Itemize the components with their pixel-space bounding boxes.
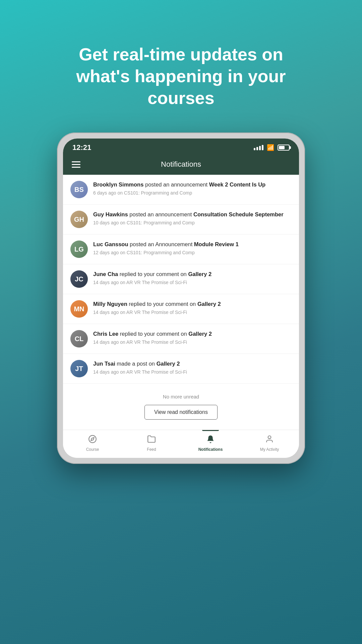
notification-item[interactable]: LGLuc Ganssou posted an Announcement Mod… <box>63 234 299 264</box>
notification-meta: 12 days ago on CS101: Programming and Co… <box>93 250 292 255</box>
device-mockup: 12:21 📶 Notifications <box>57 132 305 464</box>
notification-meta: 10 days ago on CS101: Programming and Co… <box>93 220 292 225</box>
notification-text: Milly Nguyen replied to your comment on … <box>93 300 292 308</box>
no-more-unread-text: No more unread <box>63 384 299 405</box>
app-header: Notifications <box>63 155 299 175</box>
notification-item[interactable]: CLChris Lee replied to your comment on G… <box>63 324 299 354</box>
notification-content: Brooklyn Simmons posted an announcement … <box>93 181 292 196</box>
notification-text: Jun Tsai made a post on Gallery 2 <box>93 360 292 368</box>
battery-icon <box>278 145 290 151</box>
notification-content: June Cha replied to your comment on Gall… <box>93 270 292 285</box>
avatar: GH <box>70 211 88 228</box>
avatar: MN <box>70 300 88 318</box>
notification-meta: 14 days ago on AR VR The Promise of Sci-… <box>93 310 292 315</box>
status-bar: 12:21 📶 <box>63 139 299 155</box>
notification-text: Guy Hawkins posted an announcement Consu… <box>93 211 292 218</box>
tab-bar: CourseFeedNotificationsMy Activity <box>63 430 299 458</box>
compass-icon <box>88 435 97 445</box>
hamburger-line-3 <box>72 167 80 168</box>
tab-feed[interactable]: Feed <box>122 433 181 453</box>
avatar: JC <box>70 270 88 288</box>
notification-text: Luc Ganssou posted an Announcement Modul… <box>93 240 292 248</box>
notification-meta: 6 days ago on CS101: Programming and Com… <box>93 190 292 196</box>
wifi-icon: 📶 <box>267 144 274 151</box>
notifications-list: BSBrooklyn Simmons posted an announcemen… <box>63 175 299 384</box>
notification-meta: 14 days ago on AR VR The Promise of Sci-… <box>93 339 292 345</box>
notification-content: Luc Ganssou posted an Announcement Modul… <box>93 240 292 255</box>
hamburger-button[interactable] <box>72 161 80 168</box>
notification-content: Chris Lee replied to your comment on Gal… <box>93 330 292 345</box>
svg-point-2 <box>268 436 271 439</box>
notification-item[interactable]: GHGuy Hawkins posted an announcement Con… <box>63 205 299 234</box>
notification-item[interactable]: MNMilly Nguyen replied to your comment o… <box>63 294 299 324</box>
notification-content: Jun Tsai made a post on Gallery 214 days… <box>93 360 292 375</box>
notification-content: Milly Nguyen replied to your comment on … <box>93 300 292 315</box>
hero-text: Get real-time updates on what's happenin… <box>30 44 332 109</box>
notification-item[interactable]: BSBrooklyn Simmons posted an announcemen… <box>63 175 299 205</box>
notification-text: June Cha replied to your comment on Gall… <box>93 270 292 278</box>
avatar: CL <box>70 330 88 347</box>
tab-label-notifications: Notifications <box>198 447 223 452</box>
tab-label-feed: Feed <box>147 447 156 452</box>
tab-active-indicator <box>202 430 219 431</box>
tab-notifications[interactable]: Notifications <box>181 433 240 453</box>
avatar: LG <box>70 240 88 258</box>
svg-point-0 <box>89 435 96 443</box>
header-title: Notifications <box>161 160 201 169</box>
tab-label-course: Course <box>86 447 99 452</box>
feed-icon <box>147 435 156 445</box>
tab-course[interactable]: Course <box>63 433 122 453</box>
avatar: JT <box>70 360 88 377</box>
notification-content: Guy Hawkins posted an announcement Consu… <box>93 211 292 225</box>
avatar: BS <box>70 181 88 198</box>
notification-text: Brooklyn Simmons posted an announcement … <box>93 181 292 189</box>
status-icons: 📶 <box>254 144 290 151</box>
tab-my-activity[interactable]: My Activity <box>240 433 299 453</box>
notification-item[interactable]: JCJune Cha replied to your comment on Ga… <box>63 264 299 294</box>
tab-label-my-activity: My Activity <box>260 447 279 452</box>
notification-text: Chris Lee replied to your comment on Gal… <box>93 330 292 338</box>
hamburger-line-2 <box>72 164 80 165</box>
notification-meta: 14 days ago on AR VR The Promise of Sci-… <box>93 369 292 375</box>
device-screen: 12:21 📶 Notifications <box>63 139 299 458</box>
status-time: 12:21 <box>72 143 91 152</box>
svg-marker-1 <box>91 437 94 440</box>
signal-icon <box>254 145 263 150</box>
view-read-notifications-button[interactable]: View read notifications <box>144 405 218 420</box>
hamburger-line-1 <box>72 161 80 162</box>
person-icon <box>265 435 274 445</box>
notification-meta: 14 days ago on AR VR The Promise of Sci-… <box>93 280 292 285</box>
notification-item[interactable]: JTJun Tsai made a post on Gallery 214 da… <box>63 354 299 384</box>
bell-icon <box>206 435 215 445</box>
